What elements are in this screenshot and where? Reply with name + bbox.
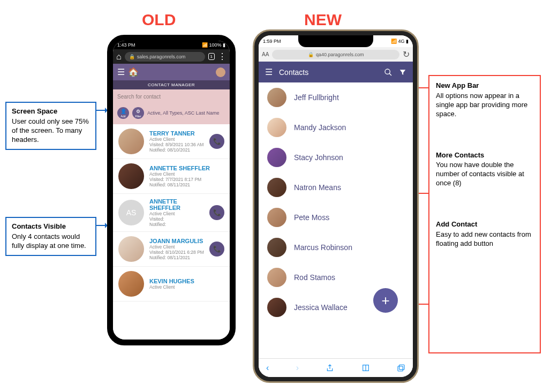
new-phone-frame: 1:59 PM 📶 4G ▮ AA 🔒 qa40.paragonrels.com… [253, 29, 419, 383]
filter-icon[interactable]: ⚙Filter [132, 107, 144, 119]
avatar-icon [267, 208, 286, 227]
contact-name: Marcus Robinson [294, 243, 352, 252]
annotation-title: More Contacts [436, 151, 533, 160]
contact-name: Stacy Johnson [294, 153, 343, 162]
old-phone-screen: 1:43 PM 📶 100% ▮ ⌂ 🔒 sales.paragonrels.c… [113, 41, 230, 340]
add-contact-fab[interactable]: + [373, 288, 398, 313]
call-button[interactable]: 📞 [209, 205, 224, 220]
avatar-icon [267, 148, 286, 167]
avatar-icon[interactable] [216, 67, 225, 77]
avatar-icon [118, 271, 144, 297]
contact-visited: Visited: 8/9/2021 10:36 AM [149, 142, 204, 147]
annotation-add-contact: Add Contact Easy to add new contacts fro… [436, 220, 533, 248]
forward-icon[interactable]: › [296, 363, 299, 373]
contact-list: Jeff Fullbright Mandy Jackson Stacy John… [259, 82, 413, 358]
status-bar: 1:43 PM 📶 100% ▮ [113, 41, 230, 49]
tabs-icon[interactable]: 1 [208, 53, 215, 60]
contact-row[interactable]: Stacy Johnson [259, 142, 413, 172]
annotation-body: User could only see 75% of the screen. T… [12, 117, 90, 145]
svg-point-0 [385, 69, 390, 74]
menu-dots-icon[interactable]: ⋮ [218, 51, 227, 62]
contact-row[interactable]: Rod Stamos [259, 262, 413, 292]
contact-row[interactable]: Mandy Jackson [259, 112, 413, 142]
contact-row[interactable]: ANNETTE SHEFFLER Active Client Visited: … [113, 159, 230, 194]
tabs-icon[interactable] [397, 364, 405, 372]
contact-row[interactable]: Marcus Robinson [259, 232, 413, 262]
contact-row[interactable]: KEVIN HUGHES Active Client [113, 267, 230, 301]
annotation-screen-space: Screen Space User could only see 75% of … [5, 102, 96, 150]
contact-status: Active Client [149, 284, 224, 290]
annotation-right-panel: New App Bar All options now appear in a … [428, 75, 541, 353]
lock-icon: 🔒 [129, 54, 135, 59]
contact-list: TERRY TANNER Active Client Visited: 8/9/… [113, 124, 230, 340]
signal-icon: 📶 [391, 39, 397, 44]
contact-row[interactable]: Natron Means [259, 172, 413, 202]
avatar-icon [118, 129, 144, 154]
new-phone-screen: 1:59 PM 📶 4G ▮ AA 🔒 qa40.paragonrels.com… [259, 35, 413, 377]
network-label: 4G [398, 39, 404, 44]
contact-notified: Notified: [149, 222, 204, 227]
filter-text: Active, All Types, ASC Last Name [147, 110, 219, 116]
phone-icon: 📞 [213, 138, 221, 145]
home-browser-icon[interactable]: ⌂ [116, 52, 122, 62]
avatar-icon [267, 118, 286, 137]
contact-row[interactable]: Jeff Fullbright [259, 82, 413, 112]
safari-toolbar: ‹ › [259, 358, 413, 377]
signal-icon: 📶 [202, 42, 208, 48]
notch [298, 35, 373, 47]
text-size-button[interactable]: AA [262, 51, 269, 57]
status-time: 1:59 PM [263, 39, 281, 44]
browser-url-bar: AA 🔒 qa40.paragonrels.com ↻ [259, 47, 413, 62]
bookmarks-icon[interactable] [361, 364, 370, 372]
hamburger-icon[interactable]: ☰ [117, 67, 125, 77]
lock-icon: 🔒 [308, 52, 314, 57]
contact-row[interactable]: Pete Moss [259, 202, 413, 232]
battery-icon: ▮ [223, 42, 225, 48]
contact-notified: Notified: 08/11/2021 [149, 255, 204, 260]
url-field[interactable]: 🔒 qa40.paragonrels.com [272, 50, 399, 59]
contact-visited: Visited: [149, 216, 204, 222]
annotation-more-contacts: More Contacts You now have double the nu… [436, 151, 533, 189]
refresh-icon[interactable]: ↻ [403, 49, 410, 59]
add-icon[interactable]: 👤Add [117, 107, 129, 119]
url-field[interactable]: 🔒 sales.paragonrels.com [125, 52, 205, 62]
back-icon[interactable]: ‹ [266, 363, 269, 373]
contact-row[interactable]: TERRY TANNER Active Client Visited: 8/9/… [113, 124, 230, 159]
annotation-title: Add Contact [436, 220, 533, 229]
new-app-bar: ☰ Contacts [259, 62, 413, 82]
avatar-icon [267, 238, 286, 257]
contact-name: Natron Means [294, 183, 341, 192]
heading-old: OLD [142, 11, 176, 29]
search-icon[interactable] [384, 68, 393, 77]
contact-notified: Notified: 08/11/2021 [149, 182, 224, 187]
battery-icon: ▮ [406, 39, 409, 44]
avatar-icon [267, 88, 286, 107]
annotation-app-bar: New App Bar All options now appear in a … [436, 81, 533, 119]
call-button[interactable]: 📞 [209, 134, 224, 149]
hamburger-icon[interactable]: ☰ [265, 67, 273, 77]
contact-name: JOANN MARGULIS [149, 238, 204, 244]
avatar-icon [118, 163, 144, 189]
filter-bar: 👤Add ⚙Filter Active, All Types, ASC Last… [113, 104, 230, 124]
share-icon[interactable] [326, 364, 334, 372]
contact-name: ANNETTE SHEFFLER [149, 165, 224, 171]
contact-row[interactable]: JOANN MARGULIS Active Client Visited: 8/… [113, 232, 230, 267]
contact-name: TERRY TANNER [149, 130, 204, 137]
call-button[interactable]: 📞 [209, 242, 224, 257]
url-text: qa40.paragonrels.com [316, 52, 364, 57]
search-input[interactable]: Search for contact [113, 89, 230, 104]
contact-row[interactable]: AS ANNETTE SHEFFLER Active Client Visite… [113, 194, 230, 232]
filter-icon[interactable] [399, 69, 406, 76]
svg-line-1 [389, 73, 391, 76]
annotation-body: All options now appear in a single app b… [436, 92, 533, 119]
contact-visited: Visited: 7/7/2021 8:17 PM [149, 177, 224, 182]
annotation-title: New App Bar [436, 81, 533, 91]
annotation-title: Contacts Visible [12, 222, 90, 231]
contact-status: Active Client [149, 171, 224, 177]
contact-name: Jessica Wallace [294, 303, 348, 312]
filter-label: Filter [135, 115, 141, 118]
contact-name: Jeff Fullbright [294, 93, 339, 102]
battery-percent: 100% [209, 42, 221, 48]
heading-new: NEW [304, 11, 342, 29]
home-icon[interactable]: 🏠 [128, 67, 139, 77]
